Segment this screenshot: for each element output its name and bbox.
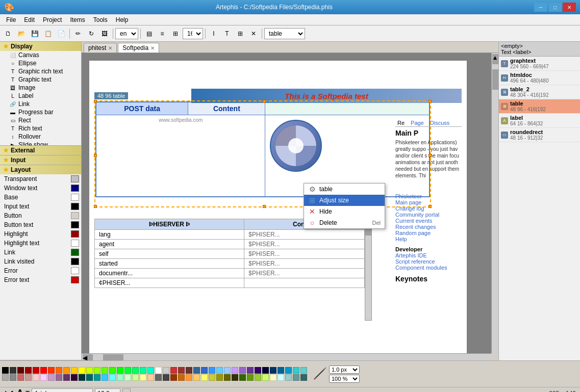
toolbar-open[interactable]: 📂	[15, 28, 28, 40]
toolbar-save[interactable]: 💾	[29, 28, 41, 40]
palette-cell-7[interactable]	[56, 367, 62, 374]
palette-cell-75[interactable]	[270, 374, 276, 381]
layout-highlight-text[interactable]: Highlight text	[0, 239, 81, 248]
palette-cell-1[interactable]	[10, 367, 16, 374]
opacity-selector[interactable]: 100 %	[329, 375, 360, 383]
layout-button[interactable]: Button	[0, 211, 81, 220]
toolbar-btn-x[interactable]: ✕	[247, 28, 260, 40]
display-header[interactable]: ★ Display	[0, 42, 81, 51]
right-item-label[interactable]: A label 64 16 - 864|32	[499, 114, 580, 128]
menu-project[interactable]: Project	[39, 15, 66, 24]
palette-cell-74[interactable]	[262, 374, 269, 381]
palette-cell-39[interactable]	[300, 367, 307, 374]
palette-cell-16[interactable]	[124, 367, 131, 374]
palette-cell-18[interactable]	[140, 367, 146, 374]
handle-br[interactable]	[428, 205, 432, 208]
palette-cell-12[interactable]	[94, 367, 100, 374]
toolbar-grid[interactable]: ⊞	[169, 28, 182, 40]
font-size-toolbar[interactable]: 16	[183, 28, 203, 39]
data-table-scrollbar[interactable]	[365, 219, 372, 321]
font-large-btn[interactable]: A	[17, 388, 23, 392]
wiki-link-component[interactable]: Component modules	[395, 265, 462, 271]
close-button[interactable]: ✕	[563, 3, 576, 12]
tab-phitest-close[interactable]: ✕	[108, 45, 112, 51]
palette-cell-78[interactable]	[293, 374, 299, 381]
panel-item-slide-show[interactable]: ▶ Slide show	[0, 141, 81, 145]
context-menu-adjust-size[interactable]: ⊞ Adjust size	[304, 195, 385, 206]
layout-button-text[interactable]: Button text	[0, 220, 81, 229]
layout-window-text[interactable]: Window text	[0, 184, 81, 193]
palette-cell-55[interactable]	[117, 374, 123, 381]
palette-cell-62[interactable]	[170, 374, 177, 381]
palette-cell-17[interactable]	[132, 367, 139, 374]
context-menu-delete[interactable]: ○ Delete Del	[304, 217, 385, 228]
layout-error-text[interactable]: Error text	[0, 275, 81, 284]
palette-cell-72[interactable]	[247, 374, 254, 381]
palette-cell-11[interactable]	[86, 367, 93, 374]
palette-cell-40[interactable]	[2, 374, 9, 381]
palette-cell-36[interactable]	[278, 367, 284, 374]
panel-item-graphic-text[interactable]: T Graphic text	[0, 75, 81, 84]
font-medium-btn[interactable]: A	[10, 389, 15, 393]
palette-cell-20[interactable]	[155, 367, 162, 374]
menu-items[interactable]: Items	[66, 15, 89, 24]
palette-cell-76[interactable]	[278, 374, 284, 381]
panel-item-rect[interactable]: ▭ Rect	[0, 116, 81, 124]
canvas-vscroll-thumb[interactable]	[492, 69, 498, 90]
context-menu-table[interactable]: ⚙ table	[304, 184, 385, 195]
palette-cell-54[interactable]	[109, 374, 116, 381]
palette-cell-61[interactable]	[163, 374, 169, 381]
palette-cell-15[interactable]	[117, 367, 123, 374]
input-header[interactable]: ★ Input	[0, 155, 81, 165]
canvas-hscroll-thumb[interactable]	[103, 354, 123, 360]
right-item-roundedrect[interactable]: ▭ roundedrect 48 16 - 912|32	[499, 128, 580, 142]
palette-cell-59[interactable]	[147, 374, 154, 381]
font-size-up-btn[interactable]: ▲	[122, 388, 131, 393]
palette-cell-34[interactable]	[262, 367, 269, 374]
palette-cell-53[interactable]	[102, 374, 108, 381]
font-name-selector[interactable]: Arial	[32, 388, 93, 393]
handle-tm[interactable]	[263, 100, 266, 103]
toolbar-new[interactable]: 🗋	[2, 28, 14, 40]
palette-cell-63[interactable]	[178, 374, 185, 381]
layout-transparent[interactable]: Transparent	[0, 174, 81, 184]
layout-header[interactable]: ★ Layout	[0, 165, 81, 174]
palette-cell-48[interactable]	[63, 374, 70, 381]
palette-cell-6[interactable]	[48, 367, 55, 374]
right-item-graphtext[interactable]: T graphtext 224 560 - 669|47	[499, 57, 580, 71]
handle-ml[interactable]	[94, 154, 97, 157]
minimize-button[interactable]: ─	[534, 3, 547, 12]
wiki-link-script[interactable]: Script reference	[395, 258, 462, 265]
panel-item-progress-bar[interactable]: ▬ Progress bar	[0, 108, 81, 116]
maximize-button[interactable]: □	[548, 3, 562, 12]
palette-cell-22[interactable]	[170, 367, 177, 374]
toolbar-rotate[interactable]: ↻	[85, 28, 97, 40]
palette-cell-24[interactable]	[186, 367, 192, 374]
palette-cell-10[interactable]	[79, 367, 85, 374]
palette-cell-56[interactable]	[124, 374, 131, 381]
palette-cell-19[interactable]	[147, 367, 154, 374]
menu-file[interactable]: File	[2, 15, 20, 24]
palette-cell-3[interactable]	[25, 367, 32, 374]
palette-cell-32[interactable]	[247, 367, 254, 374]
palette-cell-14[interactable]	[109, 367, 116, 374]
palette-cell-43[interactable]	[25, 374, 32, 381]
wiki-link-community[interactable]: Community portal	[395, 212, 462, 218]
layout-base[interactable]: Base	[0, 193, 81, 202]
right-item-table[interactable]: ⊞ table 48 96 - 416|192	[499, 99, 580, 114]
palette-cell-25[interactable]	[193, 367, 200, 374]
palette-cell-47[interactable]	[56, 374, 62, 381]
palette-cell-68[interactable]	[216, 374, 223, 381]
lang-selector[interactable]: en	[115, 28, 138, 39]
menu-edit[interactable]: Edit	[20, 15, 39, 24]
right-item-htmldoc[interactable]: H htmldoc 496 64 - 480|480	[499, 71, 580, 85]
panel-item-rollover[interactable]: ↕ Rollover	[0, 133, 81, 141]
right-item-table2[interactable]: ⊞ table_2 48 304 - 416|192	[499, 85, 580, 99]
tab-softpedia[interactable]: Softpedia ✕	[118, 43, 159, 53]
palette-cell-26[interactable]	[201, 367, 208, 374]
palette-cell-65[interactable]	[193, 374, 200, 381]
palette-cell-67[interactable]	[209, 374, 215, 381]
stroke-selector[interactable]: 1.0 px	[329, 365, 360, 374]
toolbar-btn-c[interactable]: ⊞	[234, 28, 246, 40]
wiki-link-random[interactable]: Random page	[395, 230, 462, 236]
